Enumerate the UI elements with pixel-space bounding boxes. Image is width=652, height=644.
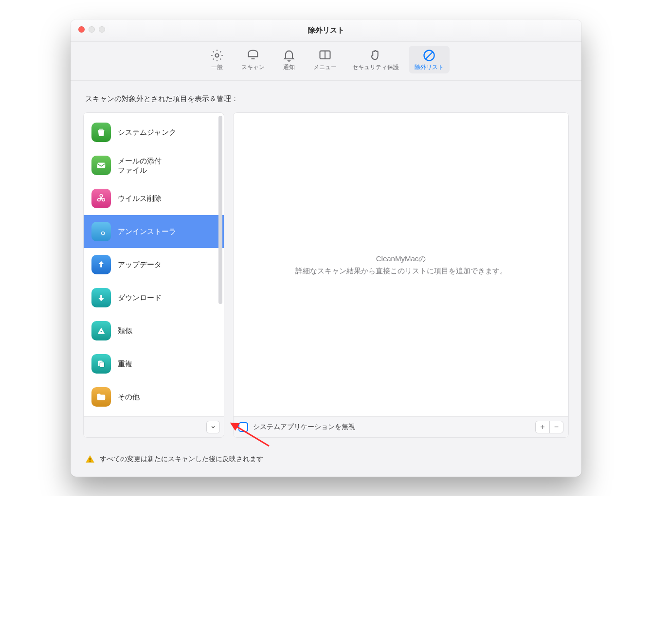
empty-state: CleanMyMacの 詳細なスキャン結果から直接このリストに項目を追加できます… <box>295 252 507 277</box>
category-list: システムジャンク メールの添付 ファイル ウイルス削除 <box>84 113 224 416</box>
titlebar: 除外リスト <box>71 19 581 42</box>
svg-rect-17 <box>90 458 91 461</box>
sidebar-item-duplicates[interactable]: 重複 <box>84 347 224 380</box>
sidebar-item-system-junk[interactable]: システムジャンク <box>84 116 224 149</box>
sidebar-item-uninstaller[interactable]: アンインストーラ <box>84 215 224 248</box>
detail-footer: システムアプリケーションを無視 + − <box>234 416 568 437</box>
menu-icon <box>318 49 332 62</box>
uninstall-icon <box>91 222 111 241</box>
add-remove-group: + − <box>535 421 563 433</box>
tab-security[interactable]: セキュリティ保護 <box>346 46 405 73</box>
svg-rect-15 <box>100 362 104 367</box>
svg-point-9 <box>102 198 105 201</box>
sidebar-item-downloads[interactable]: ダウンロード <box>84 281 224 314</box>
svg-rect-5 <box>97 163 106 168</box>
bell-icon <box>282 49 296 62</box>
sidebar-scrollbar[interactable] <box>218 116 222 304</box>
sidebar-item-mail-attachments[interactable]: メールの添付 ファイル <box>84 149 224 182</box>
svg-line-4 <box>426 52 433 59</box>
arrow-up-icon <box>91 255 111 274</box>
triangle-icon <box>91 321 111 340</box>
hand-icon <box>369 49 382 62</box>
body: システムジャンク メールの添付 ファイル ウイルス削除 <box>71 112 581 447</box>
duplicate-icon <box>91 354 111 374</box>
tab-ignore-list[interactable]: 除外リスト <box>409 46 450 73</box>
section-label: スキャンの対象外とされた項目を表示＆管理： <box>71 81 581 112</box>
svg-point-13 <box>101 331 102 332</box>
tab-general[interactable]: 一般 <box>202 46 232 73</box>
prohibit-icon <box>422 49 436 62</box>
arrow-down-icon <box>91 288 111 307</box>
preferences-window: 除外リスト 一般 スキャン 通知 メニュー <box>71 19 581 477</box>
expand-button[interactable] <box>206 421 220 433</box>
sidebar-item-updater[interactable]: アップデータ <box>84 248 224 281</box>
sidebar-item-other[interactable]: その他 <box>84 380 224 413</box>
scan-icon <box>246 49 260 62</box>
category-sidebar: システムジャンク メールの添付 ファイル ウイルス削除 <box>83 112 224 438</box>
minimize-window-button[interactable] <box>89 26 95 33</box>
gear-icon <box>210 49 224 62</box>
footer-note: すべての変更は新たにスキャンした後に反映されます <box>71 447 581 477</box>
detail-body: CleanMyMacの 詳細なスキャン結果から直接このリストに項目を追加できます… <box>234 113 568 416</box>
ignore-system-apps-checkbox[interactable] <box>238 422 248 432</box>
svg-rect-18 <box>90 461 91 462</box>
sidebar-item-malware-removal[interactable]: ウイルス削除 <box>84 182 224 215</box>
warning-icon <box>85 454 95 464</box>
toolbar: 一般 スキャン 通知 メニュー セキュリティ保護 <box>71 42 581 81</box>
empty-line-1: CleanMyMacの <box>295 252 507 265</box>
svg-point-7 <box>100 195 103 197</box>
tab-menu[interactable]: メニュー <box>308 46 343 73</box>
traffic-lights <box>78 26 105 33</box>
detail-panel: CleanMyMacの 詳細なスキャン結果から直接このリストに項目を追加できます… <box>233 112 569 438</box>
tab-scan[interactable]: スキャン <box>235 46 271 73</box>
biohazard-icon <box>91 189 111 208</box>
window-title: 除外リスト <box>308 26 344 35</box>
ignore-system-apps-label: システムアプリケーションを無視 <box>253 423 530 431</box>
remove-button[interactable]: − <box>549 421 563 433</box>
trash-icon <box>91 123 111 142</box>
folder-icon <box>91 387 111 407</box>
svg-point-0 <box>216 54 219 57</box>
footer-note-text: すべての変更は新たにスキャンした後に反映されます <box>100 455 263 464</box>
add-button[interactable]: + <box>536 421 549 433</box>
sidebar-footer <box>84 416 224 437</box>
tab-notifications[interactable]: 通知 <box>274 46 304 73</box>
zoom-window-button[interactable] <box>99 26 105 33</box>
sidebar-item-similar[interactable]: 類似 <box>84 314 224 347</box>
empty-line-2: 詳細なスキャン結果から直接このリストに項目を追加できます。 <box>295 265 507 277</box>
mail-icon <box>91 156 111 175</box>
close-window-button[interactable] <box>78 26 85 33</box>
svg-point-8 <box>98 198 101 201</box>
